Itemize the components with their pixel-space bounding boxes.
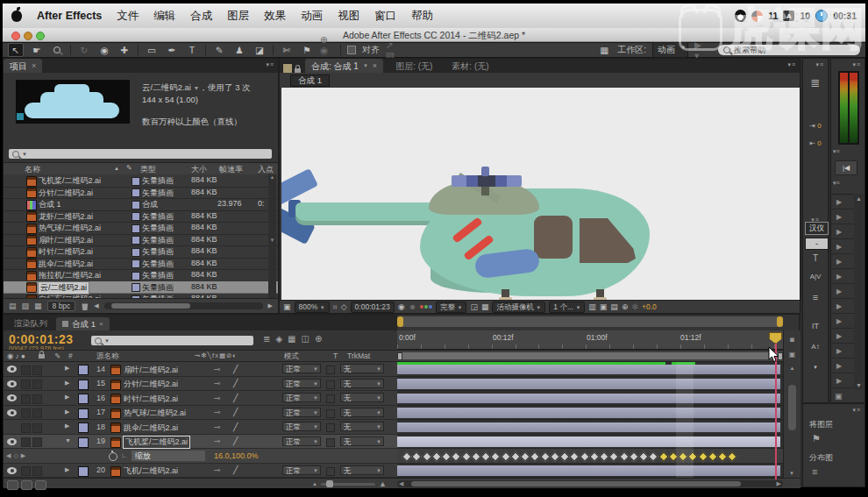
work-area-bar[interactable] (397, 350, 783, 362)
sort-ascending-icon[interactable]: ▲ (114, 166, 119, 171)
effects-list-item[interactable]: ▶ (831, 254, 856, 269)
mode-column[interactable]: 模式 (284, 351, 299, 362)
font-family-box[interactable]: 汉仪 (805, 222, 829, 235)
effects-list-item[interactable]: ▶ (831, 359, 856, 373)
effects-list-item[interactable]: ▶ (831, 299, 856, 314)
menu-item-7[interactable]: 窗口 (374, 9, 396, 24)
magnification-dropdown[interactable]: 800% ▼ (295, 302, 330, 313)
scroll-down-icon[interactable]: ▼ (856, 382, 862, 388)
keyframe-diamond[interactable] (658, 451, 668, 461)
region-of-interest-icon[interactable]: ◲ (470, 302, 478, 312)
timeline-layer-row[interactable]: ▶ 14 扇叶/二维码2.ai ⊸ ╱ 正常▼ 无▼ (4, 362, 397, 377)
footage-name[interactable]: 云/二维码2.ai (142, 82, 191, 92)
effects-footer-icon[interactable]: ▣ (835, 392, 843, 401)
type-tool[interactable]: T (185, 44, 199, 56)
scroll-left-icon[interactable]: ◀ (94, 302, 98, 309)
effects-list-item[interactable]: ▶ (831, 314, 856, 329)
project-row[interactable]: 云/二维码2.ai 矢量插画 884 KB (4, 281, 278, 295)
effects-list-item[interactable]: ▶ (831, 269, 856, 284)
solo-toggle[interactable] (32, 366, 42, 375)
preserve-transparency-toggle[interactable] (326, 366, 335, 374)
menu-item-2[interactable]: 合成 (190, 9, 212, 24)
label-color-swatch[interactable] (132, 177, 140, 186)
adobe-icon[interactable]: A (783, 11, 794, 21)
tab-close-icon[interactable]: × (373, 60, 377, 72)
tab-close-icon[interactable]: × (99, 318, 103, 330)
zoom-slider[interactable] (321, 483, 375, 486)
viewer-timecode[interactable]: 0:00:01:23 (351, 302, 395, 313)
trkmat-column[interactable]: TrkMat (347, 351, 370, 360)
fast-previews-icon[interactable]: ▣ (600, 302, 608, 312)
font-style-box[interactable]: - (805, 238, 829, 250)
keyframe-diamond[interactable] (471, 451, 480, 461)
audio-toggle[interactable] (21, 394, 31, 404)
app-menu-title[interactable]: After Effects (37, 10, 102, 22)
timeline-layer-row[interactable]: ▼ 19 飞机桨/二维码2.ai ⊸ ╱ 正常▼ 无▼ (4, 435, 397, 450)
keyframe-diamond[interactable] (698, 451, 708, 461)
pan-behind-tool[interactable]: ✚ (117, 44, 132, 56)
panel-menu-icon[interactable]: ▾≡ (787, 61, 796, 68)
quality-switch-icon[interactable]: ╱ (233, 437, 238, 445)
menu-item-1[interactable]: 编辑 (153, 9, 175, 24)
tab-close-icon[interactable]: × (32, 60, 36, 72)
project-row[interactable]: 时针/二维码2.ai 矢量插画 884 KB (4, 245, 278, 259)
layer-source-name[interactable]: 时针/二维码2.ai (124, 394, 178, 405)
number-column[interactable]: # (68, 351, 73, 360)
menu-item-3[interactable]: 图层 (227, 9, 249, 24)
zoom-out-icon[interactable]: ▲ (312, 481, 317, 486)
status-badge-icon[interactable] (751, 11, 763, 22)
effects-list-item[interactable]: ▶ (831, 344, 856, 359)
tab-dropdown-icon[interactable]: ▼ (363, 60, 368, 72)
keyframe-diamond[interactable] (422, 451, 431, 461)
layer-source-name[interactable]: 热气球/二维码2.ai (124, 408, 186, 419)
scroll-thumb[interactable] (788, 385, 796, 430)
panel-menu-icon[interactable]: ▾≡ (266, 61, 274, 68)
audio-toggle[interactable] (21, 466, 31, 476)
collapse-switch-icon[interactable]: ⊸ (214, 465, 221, 474)
project-scrollbar[interactable]: ▲▼ (268, 174, 276, 300)
project-row[interactable]: 跳伞/二维码2.ai 矢量插画 884 KB (4, 258, 278, 271)
scroll-thumb[interactable] (111, 303, 190, 309)
exposure-reset-icon[interactable]: ✻ (631, 302, 638, 312)
layer-duration-bar[interactable] (397, 408, 780, 418)
menu-item-5[interactable]: 动画 (301, 9, 323, 24)
more-options-icon[interactable]: ▾ (803, 364, 828, 371)
panel-menu-icon[interactable]: ▾≡ (833, 180, 840, 187)
resolution-dropdown[interactable]: 完整 ▼ (436, 302, 466, 313)
expand-arrow-icon[interactable]: ▶ (65, 365, 69, 372)
camera-dropdown[interactable]: 活动摄像机 ▼ (492, 302, 545, 313)
timeline-hscrollbar[interactable]: ◀ ▶ (397, 480, 783, 487)
pixel-aspect-icon[interactable]: ▥ (588, 302, 596, 312)
blend-mode-dropdown[interactable]: 正常▼ (282, 408, 321, 417)
first-frame-button[interactable]: |◀ (835, 160, 857, 175)
search-dropdown-icon[interactable]: ▼ (104, 338, 110, 344)
eraser-tool[interactable]: ◪ (253, 44, 267, 56)
solo-toggle[interactable] (32, 437, 42, 447)
keyframe-diamond[interactable] (540, 451, 550, 461)
clock-icon[interactable] (815, 10, 828, 22)
property-row-scale[interactable]: ◀◇▶ ∟ 缩放 16.0,100.0% (4, 449, 397, 464)
property-value[interactable]: 16.0,100.0% (214, 451, 259, 460)
expand-arrow-icon[interactable]: ▶ (65, 394, 69, 401)
layer-track-row[interactable] (397, 406, 783, 421)
expand-inout-columns-icon[interactable] (35, 480, 46, 490)
layer-track-row[interactable] (397, 420, 783, 435)
effects-list-item[interactable]: ▶ (831, 224, 856, 239)
project-row[interactable]: 合成 1 合成 23.976 0: (4, 198, 278, 211)
collapse-switch-icon[interactable]: ⊸ (214, 408, 221, 416)
menu-item-6[interactable]: 视图 (338, 9, 359, 24)
track-area[interactable] (397, 362, 783, 478)
shape-tool[interactable]: ▭ (145, 44, 159, 56)
expand-arrow-icon[interactable]: ▶ (65, 408, 69, 415)
timeline-navigator-bar[interactable] (397, 316, 783, 327)
expand-arrow-icon[interactable]: ▶ (65, 422, 69, 430)
workspace-dropdown[interactable]: 动画 (652, 42, 688, 58)
search-dropdown-icon[interactable]: ▼ (22, 152, 27, 157)
solo-toggle[interactable] (32, 394, 42, 404)
pen-tool[interactable]: ✒ (165, 44, 179, 56)
timeline-button-icon[interactable]: ▤ (610, 302, 618, 312)
project-search-box[interactable]: ▼ (9, 149, 272, 159)
tab-timeline-comp[interactable]: 合成 1 × (56, 317, 110, 330)
scroll-up-icon[interactable]: ▲ (784, 366, 800, 371)
selection-tool[interactable]: ↖ (8, 43, 24, 57)
